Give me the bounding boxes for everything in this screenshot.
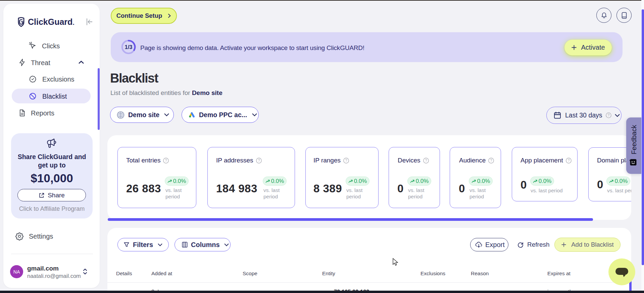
svg-text:?: ? [607,113,609,117]
svg-text:1/3: 1/3 [125,44,133,50]
